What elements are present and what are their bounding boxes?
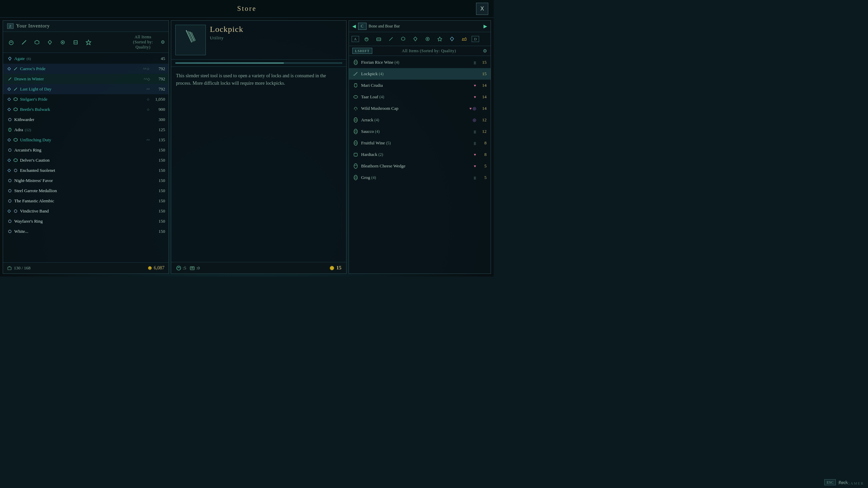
list-item[interactable]: Enchanted Suolenet 150 xyxy=(3,165,169,176)
toolbar-icon-misc[interactable] xyxy=(84,38,93,47)
list-item[interactable]: Wayfarer's Ring 150 xyxy=(3,216,169,226)
r-toolbar-icon-gem[interactable] xyxy=(411,34,420,44)
shop-item-icon-bread xyxy=(352,94,359,100)
item-name: Delver's Caution xyxy=(20,158,150,163)
r-toolbar-icon-consumable[interactable] xyxy=(423,34,432,44)
list-item[interactable]: Last Light of Day ^^ 792 xyxy=(3,84,169,94)
shop-list-item[interactable]: Wild Mushroom Cap ♥ ◎ 14 xyxy=(349,103,491,114)
shop-item-modifiers: ♥ xyxy=(474,95,476,99)
nav-prev-icon[interactable]: ◀ xyxy=(352,23,356,29)
a-key-badge[interactable]: A xyxy=(352,36,359,42)
svg-line-62 xyxy=(354,72,357,76)
svg-point-77 xyxy=(354,164,357,168)
list-item[interactable]: Agate (6) 45 xyxy=(3,54,169,64)
shop-list-item[interactable]: Taar Loaf (4) ♥ 14 xyxy=(349,91,491,103)
d-key-badge[interactable]: D xyxy=(472,36,479,42)
svg-text:⊙: ⊙ xyxy=(149,267,151,270)
list-item[interactable]: The Fantastic Alembic 150 xyxy=(3,196,169,206)
toolbar-icon-armor[interactable] xyxy=(32,38,42,47)
list-item[interactable]: Caeroc's Pride ^^☆ 792 xyxy=(3,64,169,74)
svg-line-11 xyxy=(14,67,17,70)
inventory-item-list[interactable]: Agate (6) 45 Caeroc's Pride ^^☆ 792 xyxy=(3,53,169,262)
shop-item-price: 14 xyxy=(478,94,487,100)
item-icon-alembic xyxy=(7,198,13,204)
svg-point-59 xyxy=(354,60,357,65)
center-footer: :5 :0 15 xyxy=(171,262,346,273)
z-key-badge[interactable]: Z xyxy=(7,23,14,29)
svg-point-5 xyxy=(62,42,63,43)
shop-item-name: Saucco (4) xyxy=(361,129,472,134)
toolbar-icon-sword[interactable] xyxy=(19,38,29,47)
shop-list-item[interactable]: Saucco (4) ||| 12 xyxy=(349,126,491,137)
shop-list-item[interactable]: Arrack (4) ◎ 12 xyxy=(349,114,491,126)
right-sort-icon[interactable]: ⚙ xyxy=(483,48,487,54)
shop-item-modifiers: ||| xyxy=(474,176,476,180)
left-sort-icon[interactable]: ⚙ xyxy=(161,39,165,45)
svg-point-27 xyxy=(8,179,11,182)
r-toolbar-icon-gem2[interactable] xyxy=(447,34,457,44)
r-toolbar-icon-sword[interactable] xyxy=(386,34,396,44)
list-item[interactable]: Vindictive Band 150 xyxy=(3,206,169,216)
item-icon-gem xyxy=(7,56,13,61)
shop-item-price: 5 xyxy=(478,175,487,180)
list-item[interactable]: Unflinching Duty ^^ 135 xyxy=(3,135,169,145)
chest-stat: :0 xyxy=(190,265,200,271)
list-item[interactable]: Stelgaer's Pride ☆ 1,050 xyxy=(3,94,169,104)
list-item[interactable]: Delver's Caution 150 xyxy=(3,155,169,165)
list-item[interactable]: Arcanist's Ring 150 xyxy=(3,145,169,155)
shop-item-price: 8 xyxy=(478,140,487,146)
gold-value: 6,087 xyxy=(154,265,165,271)
list-item[interactable]: White... 150 xyxy=(3,226,169,237)
shop-list-item[interactable]: Fruitful Wine (5) ||| 8 xyxy=(349,137,491,149)
item-detail-header: Lockpick Utility xyxy=(171,21,346,60)
list-item[interactable]: Steel Garrote Medallion 150 xyxy=(3,186,169,196)
item-description: This slender steel tool is used to open … xyxy=(171,67,346,93)
c-key-badge[interactable]: C xyxy=(358,23,367,30)
store-body: Z Your Inventory xyxy=(0,18,494,277)
lshift-key-badge[interactable]: LSHIFT xyxy=(352,48,372,54)
close-button[interactable]: X xyxy=(476,3,488,15)
chest-count: :0 xyxy=(196,265,200,271)
list-item[interactable]: Adra (12) 125 xyxy=(3,125,169,135)
shop-list-item[interactable]: Lockpick (4) 15 xyxy=(349,68,491,80)
list-item[interactable]: Night-Mistress' Favor 150 xyxy=(3,176,169,186)
r-toolbar-icon-misc2[interactable] xyxy=(435,34,445,44)
gold-coin-icon: ⊙ xyxy=(147,266,152,270)
shop-list-item[interactable]: Hardtack (2) ♥ 8 xyxy=(349,149,491,160)
toolbar-icon-gem[interactable] xyxy=(45,38,55,47)
shop-item-price: 8 xyxy=(478,152,487,157)
shop-item-price: 12 xyxy=(478,129,487,134)
svg-line-54 xyxy=(389,40,390,41)
store-title: Store xyxy=(237,5,256,13)
left-icon-toolbar: All Items (Sorted by: Quality) ⚙ xyxy=(3,32,169,53)
shop-item-name: Bleathorn Cheese Wedge xyxy=(361,163,472,169)
svg-point-19 xyxy=(8,118,11,121)
shop-list-item[interactable]: Mari Crudia ♥ 14 xyxy=(349,80,491,91)
shop-list-item[interactable]: Fiorian Rice Wine (4) ||| 15 xyxy=(349,57,491,68)
item-name: The Fantastic Alembic xyxy=(14,198,150,204)
list-item[interactable]: Drawn in Winter ^^◇ 792 xyxy=(3,74,169,84)
item-subtitle: Utility xyxy=(210,35,342,41)
toolbar-icon-bag[interactable] xyxy=(6,38,16,47)
shop-item-price: 14 xyxy=(478,83,487,88)
list-item[interactable]: Beetle's Bulwark ☆ 900 xyxy=(3,104,169,115)
toolbar-icon-craft[interactable] xyxy=(71,38,80,47)
shop-list-item[interactable]: Bleathorn Cheese Wedge ♥ 5 xyxy=(349,160,491,172)
r-toolbar-icon-armor[interactable] xyxy=(398,34,408,44)
toolbar-icon-consumable[interactable] xyxy=(58,38,67,47)
item-value: 792 xyxy=(152,76,165,82)
shop-item-list[interactable]: Fiorian Rice Wine (4) ||| 15 Lockpick (4… xyxy=(349,56,491,273)
r-toolbar-icon-crown[interactable] xyxy=(459,34,469,44)
svg-rect-25 xyxy=(8,169,11,172)
svg-point-57 xyxy=(427,38,428,40)
item-title-area: Lockpick Utility xyxy=(210,25,342,41)
r-toolbar-icon-chest[interactable] xyxy=(374,34,383,44)
svg-point-26 xyxy=(14,169,17,172)
item-value: 135 xyxy=(152,137,165,143)
item-value: 150 xyxy=(152,219,165,224)
list-item[interactable]: Kithwarder 300 xyxy=(3,115,169,125)
shop-list-item[interactable]: Grog (4) ||| 5 xyxy=(349,172,491,183)
store-container: Store X Z Your Inventory xyxy=(0,0,494,277)
r-toolbar-icon-bag[interactable] xyxy=(362,34,371,44)
nav-next-icon[interactable]: ▶ xyxy=(484,23,487,29)
